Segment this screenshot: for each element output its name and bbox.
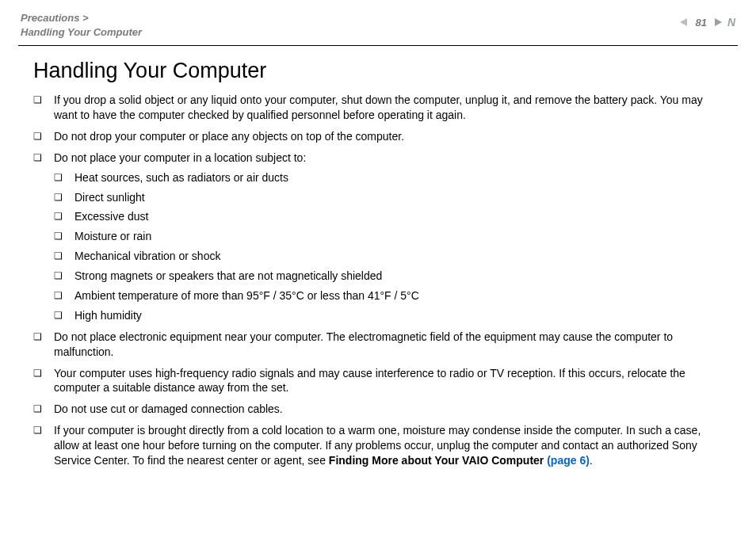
content-area: Handling Your Computer If you drop a sol… (0, 59, 756, 468)
breadcrumb-parent: Precautions > (21, 12, 89, 24)
list-item: Excessive dust (54, 209, 727, 224)
breadcrumb-current: Handling Your Computer (21, 26, 142, 38)
bullet-list: If you drop a solid object or any liquid… (33, 93, 727, 468)
prev-page-icon[interactable] (678, 16, 690, 29)
header-divider (18, 45, 738, 46)
page-link[interactable]: (page 6) (547, 454, 590, 467)
list-item: If you drop a solid object or any liquid… (33, 93, 727, 123)
list-item: Do not place your computer in a location… (33, 151, 727, 323)
page-number: 81 (695, 17, 706, 29)
page-nav: 81 N (678, 11, 735, 29)
list-item: Do not use cut or damaged connection cab… (33, 402, 727, 417)
list-item: Moisture or rain (54, 229, 727, 244)
list-item: Do not drop your computer or place any o… (33, 129, 727, 144)
bold-reference: Finding More about Your VAIO Computer (329, 454, 547, 467)
list-item: If your computer is brought directly fro… (33, 423, 727, 468)
page-title: Handling Your Computer (33, 59, 727, 83)
breadcrumb: Precautions > Handling Your Computer (21, 11, 142, 39)
list-item: Direct sunlight (54, 190, 727, 205)
svg-marker-0 (680, 18, 687, 26)
n-mark-icon: N (727, 16, 735, 29)
next-page-icon[interactable] (712, 16, 724, 29)
list-item: Ambient temperature of more than 95°F / … (54, 288, 727, 303)
svg-marker-1 (715, 18, 722, 26)
list-item: Your computer uses high-frequency radio … (33, 366, 727, 396)
list-item: Heat sources, such as radiators or air d… (54, 170, 727, 185)
page-header: Precautions > Handling Your Computer 81 … (0, 0, 756, 45)
list-item: Do not place electronic equipment near y… (33, 330, 727, 360)
list-item: Mechanical vibration or shock (54, 249, 727, 264)
sub-list: Heat sources, such as radiators or air d… (54, 170, 727, 323)
list-item: High humidity (54, 308, 727, 323)
list-item: Strong magnets or speakers that are not … (54, 269, 727, 284)
